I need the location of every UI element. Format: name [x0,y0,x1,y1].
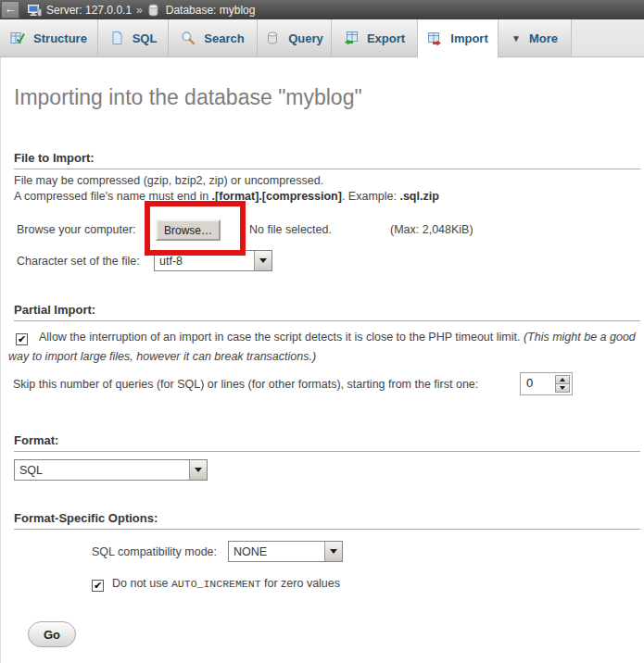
tab-more-label: More [529,31,558,45]
section-file-to-import: File to Import: [14,151,640,169]
no-file-selected-text: No file selected. [249,223,332,236]
tab-bar: Structure SQL Search Query Export [0,19,644,57]
tab-import[interactable]: Import [418,19,499,57]
tab-search-label: Search [204,31,244,45]
structure-icon [10,31,25,45]
sql-compat-select[interactable]: NONE [228,541,343,562]
tab-export-label: Export [367,31,405,45]
dropdown-arrow-icon[interactable] [254,251,271,270]
tab-query-label: Query [288,31,323,45]
section-format-options: Format-Specific Options: [14,511,640,530]
charset-select-value: utf-8 [155,255,254,268]
tab-more[interactable]: ▼ More [499,19,572,56]
main-content: Importing into the database "myblog" Fil… [0,57,644,663]
tab-sql[interactable]: SQL [98,19,169,56]
query-icon [265,31,280,45]
charset-label: Character set of the file: [17,255,140,268]
skip-queries-input[interactable]: 0 [520,372,573,395]
breadcrumb-separator: » [136,4,143,17]
tab-bar-filler [572,19,644,56]
sql-compat-label: SQL compatibility mode: [92,545,217,558]
breadcrumb-server[interactable]: Server: 127.0.0.1 [46,4,132,17]
tab-sql-label: SQL [133,31,158,45]
spinner-up-icon[interactable] [556,376,569,383]
dropdown-arrow-icon[interactable] [324,542,342,561]
dropdown-arrow-icon[interactable] [189,460,207,480]
import-icon [427,31,442,46]
zero-values-label-prefix: Do not use [112,577,171,590]
interrupt-label: Allow the interruption of an import in c… [39,331,524,344]
tab-structure-label: Structure [33,31,87,45]
breadcrumb: Server: 127.0.0.1 » Database: myblog [28,4,255,17]
section-format: Format: [14,433,640,452]
zero-values-label-suffix: for zero values [261,577,340,590]
compression-hint-line2: A compressed file's name must end in .[f… [14,190,439,203]
interrupt-paragraph: ✔Allow the interruption of an import in … [8,328,638,367]
tab-search[interactable]: Search [169,19,258,56]
skip-label: Skip this number of queries (for SQL) or… [13,378,478,391]
server-icon [28,4,42,17]
chevron-down-icon: ▼ [511,33,521,44]
database-icon [147,4,161,17]
phpmyadmin-import-page: ← Server: 127.0.0.1 » Database: myblog S… [0,0,644,663]
export-icon [344,31,359,45]
back-button[interactable]: ← [1,1,19,19]
zero-values-row: ✔Do not use AUTO_INCREMENT for zero valu… [92,577,340,592]
spinner-down-icon[interactable] [556,383,569,392]
interrupt-checkbox[interactable]: ✔ [16,333,28,345]
charset-select[interactable]: utf-8 [154,250,272,271]
sql-icon [109,31,124,45]
breadcrumb-bar: ← Server: 127.0.0.1 » Database: myblog [0,0,644,19]
zero-values-code: AUTO_INCREMENT [171,578,261,590]
spinner-buttons [555,375,570,393]
page-title: Importing into the database "myblog" [14,85,362,110]
compression-hint-line1: File may be compressed (gzip, bzip2, zip… [14,174,323,187]
browse-button[interactable]: Browse… [156,219,221,241]
zero-values-checkbox[interactable]: ✔ [92,580,104,592]
format-select-value: SQL [15,464,189,477]
section-partial-import: Partial Import: [14,303,640,321]
browse-label: Browse your computer: [17,223,136,236]
go-button[interactable]: Go [28,621,76,647]
breadcrumb-database[interactable]: Database: myblog [166,4,256,17]
tab-query[interactable]: Query [258,19,332,56]
skip-queries-value: 0 [523,375,555,393]
search-icon [181,31,196,45]
tab-structure[interactable]: Structure [0,19,98,56]
format-select[interactable]: SQL [14,459,208,481]
tab-export[interactable]: Export [332,19,418,56]
sql-compat-select-value: NONE [229,545,324,558]
tab-import-label: Import [450,31,487,45]
max-size-text: (Max: 2,048KiB) [390,223,474,236]
